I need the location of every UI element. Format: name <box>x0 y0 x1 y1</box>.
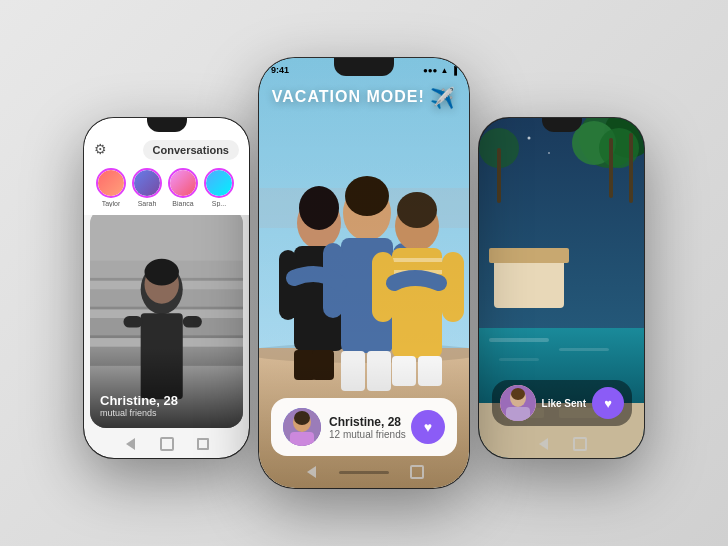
avatar-inner-bianca <box>170 170 196 196</box>
svg-rect-10 <box>123 316 142 327</box>
notch-right <box>542 118 582 132</box>
left-screen: ⚙ Conversations Taylor S <box>84 118 249 458</box>
story-avatar-taylor <box>96 168 126 198</box>
center-card-sub: 12 mutual friends <box>329 429 411 440</box>
svg-rect-52 <box>609 138 613 198</box>
left-header: ⚙ Conversations Taylor S <box>84 118 249 215</box>
phone-left: ⚙ Conversations Taylor S <box>84 118 249 458</box>
svg-rect-61 <box>499 358 539 361</box>
story-item-taylor[interactable]: Taylor <box>96 168 126 207</box>
right-bottom-nav <box>536 436 588 452</box>
wifi-icon: ▲ <box>440 66 448 75</box>
left-header-row: ⚙ Conversations <box>94 140 239 160</box>
notch-left <box>147 118 187 132</box>
avatar-inner-sarah <box>134 170 160 196</box>
story-avatar-bianca <box>168 168 198 198</box>
vacation-text: VACATION MODE! ✈️ <box>272 88 456 105</box>
signal-icon: ●●● <box>423 66 438 75</box>
stories-row: Taylor Sarah Bianca <box>94 168 239 207</box>
like-sent-container: Like Sent ♥ <box>492 380 632 426</box>
story-name-sp: Sp... <box>212 200 226 207</box>
right-avatar <box>500 385 536 421</box>
home-indicator-center <box>339 471 389 474</box>
heart-button-right[interactable]: ♥ <box>592 387 624 419</box>
center-status-icons: ●●● ▲ ▐ <box>423 66 457 75</box>
gear-icon[interactable]: ⚙ <box>94 141 112 159</box>
left-card-sub: mutual friends <box>100 408 178 418</box>
heart-icon-right: ♥ <box>604 396 612 411</box>
center-status-time: 9:41 <box>271 65 289 75</box>
phone-right: Like Sent ♥ <box>479 118 644 458</box>
center-profile-card[interactable]: Christine, 28 12 mutual friends ♥ <box>271 398 457 456</box>
svg-rect-57 <box>489 248 569 263</box>
left-card-info: Christine, 28 mutual friends <box>100 393 178 418</box>
center-photo: VACATION MODE! ✈️ <box>259 58 469 488</box>
center-card-avatar <box>283 408 321 446</box>
nav-back-center[interactable] <box>303 464 319 480</box>
center-card-info: Christine, 28 12 mutual friends <box>329 415 411 440</box>
heart-button-center[interactable]: ♥ <box>411 410 445 444</box>
avatar-inner-sp <box>206 170 232 196</box>
svg-rect-71 <box>506 407 530 421</box>
story-avatar-sp <box>204 168 234 198</box>
nav-back-right[interactable] <box>536 436 552 452</box>
right-avatar-svg <box>500 385 536 421</box>
nav-recent-left[interactable] <box>195 436 211 452</box>
svg-point-45 <box>294 411 310 425</box>
svg-rect-56 <box>494 258 564 308</box>
right-screen: Like Sent ♥ <box>479 118 644 458</box>
svg-rect-46 <box>290 432 314 446</box>
story-item-sarah[interactable]: Sarah <box>132 168 162 207</box>
svg-rect-55 <box>497 148 501 203</box>
center-avatar-svg <box>283 408 321 446</box>
story-avatar-sarah <box>132 168 162 198</box>
svg-rect-53 <box>629 133 633 203</box>
conversations-tab[interactable]: Conversations <box>143 140 239 160</box>
svg-point-67 <box>548 152 550 154</box>
story-name-taylor: Taylor <box>102 200 121 207</box>
right-card-bottom: Like Sent ♥ <box>492 380 632 426</box>
svg-rect-60 <box>559 348 609 351</box>
story-item-sp[interactable]: Sp... <box>204 168 234 207</box>
nav-home-right[interactable] <box>572 436 588 452</box>
left-bottom-nav <box>123 436 211 452</box>
battery-icon: ▐ <box>451 66 457 75</box>
left-card-background: Christine, 28 mutual friends <box>90 208 243 428</box>
nav-home-left[interactable] <box>159 436 175 452</box>
center-screen: 9:41 ●●● ▲ ▐ <box>259 58 469 488</box>
left-card-name: Christine, 28 <box>100 393 178 408</box>
nav-back-left[interactable] <box>123 436 139 452</box>
nav-home-center[interactable] <box>409 464 425 480</box>
svg-point-65 <box>528 137 531 140</box>
svg-rect-59 <box>489 338 549 342</box>
svg-point-13 <box>145 259 179 286</box>
story-name-bianca: Bianca <box>172 200 193 207</box>
story-item-bianca[interactable]: Bianca <box>168 168 198 207</box>
svg-rect-11 <box>183 316 202 327</box>
story-name-sarah: Sarah <box>138 200 157 207</box>
airplane-emoji: ✈️ <box>430 87 456 109</box>
left-profile-card[interactable]: Christine, 28 mutual friends <box>90 208 243 428</box>
center-card-name: Christine, 28 <box>329 415 411 429</box>
scene: ⚙ Conversations Taylor S <box>0 0 728 546</box>
center-bottom-nav <box>303 464 425 480</box>
phone-center: 9:41 ●●● ▲ ▐ <box>259 58 469 488</box>
svg-point-70 <box>511 388 525 400</box>
vacation-banner: VACATION MODE! ✈️ <box>259 86 469 110</box>
like-sent-text: Like Sent <box>542 398 586 409</box>
right-photo: Like Sent ♥ <box>479 118 644 458</box>
notch-center <box>334 58 394 76</box>
heart-icon-center: ♥ <box>424 419 432 435</box>
avatar-inner-taylor <box>98 170 124 196</box>
